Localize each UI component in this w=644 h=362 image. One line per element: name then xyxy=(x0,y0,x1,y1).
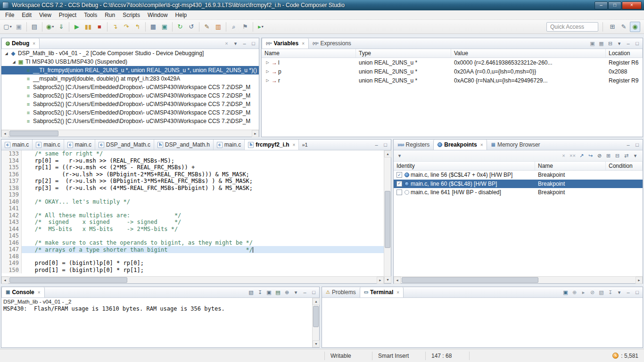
quick-access-field[interactable]: Quick Access xyxy=(546,22,598,32)
menu-run[interactable]: Run xyxy=(101,11,119,19)
open-terminal-icon[interactable]: ▣ xyxy=(561,288,570,296)
code-line[interactable]: 145 xyxy=(1,232,384,239)
show-logical-structure-icon[interactable]: ▦ xyxy=(597,40,605,48)
debug-button[interactable]: ◉▾ xyxy=(45,22,55,32)
tab-problems[interactable]: ⚠ Problems xyxy=(322,287,360,297)
editor-tab-DSP_and_Math.h[interactable]: hDSP_and_Math.h xyxy=(154,140,214,150)
expand-all-icon[interactable]: ⊞ xyxy=(604,152,612,160)
save-button[interactable]: ▣ xyxy=(14,22,24,32)
close-icon[interactable]: × xyxy=(480,142,483,148)
scroll-left-arrow-icon[interactable]: ◄ xyxy=(1,130,8,137)
breakpoint-margin[interactable] xyxy=(1,212,8,219)
column-header-name[interactable]: Name xyxy=(535,162,606,170)
column-header-type[interactable]: Type xyxy=(356,49,451,58)
breakpoint-enabled-checkbox[interactable] xyxy=(396,189,402,195)
menu-tools[interactable]: Tools xyxy=(80,11,101,19)
variable-row[interactable]: ▷→runion REAL_2UNS_u *0xAC80 {r=NaN,u={l… xyxy=(262,76,643,85)
link-with-debug-icon[interactable]: ⇄ xyxy=(622,152,630,160)
breakpoint-row[interactable]: main.c, line 641 [H/W BP - disabled]Brea… xyxy=(394,188,643,197)
tab-expressions[interactable]: (x)= Expressions xyxy=(309,38,355,49)
column-header-value[interactable]: Value xyxy=(451,49,606,58)
scroll-thumb[interactable] xyxy=(9,131,58,136)
breakpoint-margin[interactable] xyxy=(1,239,8,247)
tab-terminal[interactable]: ▭ Terminal × xyxy=(360,287,404,297)
tree-expander-icon[interactable]: ◢ xyxy=(3,51,9,56)
show-supported-breakpoints-icon[interactable]: ↗ xyxy=(578,152,586,160)
menu-file[interactable]: File xyxy=(1,11,18,19)
breakpoint-margin[interactable] xyxy=(1,267,8,274)
edit-source-button[interactable]: ✎ xyxy=(202,22,212,32)
terminate-button[interactable]: ■ xyxy=(94,22,105,32)
tab-debug[interactable]: Debug × xyxy=(1,38,40,49)
open-perspective-icon[interactable]: ⊞ xyxy=(607,22,618,32)
breakpoint-margin[interactable] xyxy=(1,191,8,198)
target-configuration-button[interactable]: ▣ xyxy=(159,22,170,32)
console-view-menu-icon[interactable]: ▾ xyxy=(292,288,300,296)
code-line[interactable]: 138 rp[3] = (r->u.lsh << (4*MS-REAL_FRC_… xyxy=(1,185,384,192)
code-line[interactable]: 135 rp[1] = ((r->u.msh << (2*MS - REAL_F… xyxy=(1,164,384,171)
close-icon[interactable]: × xyxy=(33,41,35,46)
heap-status[interactable]: : 5,581 xyxy=(612,353,644,359)
scroll-track[interactable] xyxy=(384,157,391,276)
console-vertical-scrollbar[interactable]: ▲ ▼ xyxy=(312,298,319,347)
show-type-names-icon[interactable]: ▣ xyxy=(588,40,596,48)
column-header-name[interactable]: Name xyxy=(262,49,356,58)
breakpoint-margin[interactable] xyxy=(1,185,8,192)
breakpoint-margin[interactable] xyxy=(1,157,8,165)
minimize-window-button[interactable]: – xyxy=(594,1,608,9)
breakpoint-enabled-checkbox[interactable]: ✓ xyxy=(396,181,402,187)
menu-view[interactable]: View xyxy=(35,11,55,19)
code-line[interactable]: 136 (r->u.lsh >> (BPbigint-2*MS+REAL_FRC… xyxy=(1,171,384,178)
mark-occurrences-button[interactable]: ⚑ xyxy=(240,22,250,32)
scroll-up-arrow-icon[interactable]: ▲ xyxy=(384,150,391,157)
debug-tree-item[interactable]: ≡Sabproc52() [C:/Users/Embedded\Dropbox\… xyxy=(1,100,259,108)
menu-help[interactable]: Help xyxy=(172,11,191,19)
editor-tab-DSP_and_Math.c[interactable]: cDSP_and_Math.c xyxy=(95,140,154,150)
breakpoint-margin[interactable] xyxy=(1,226,8,233)
breakpoint-margin[interactable] xyxy=(1,232,8,239)
tree-expander-icon[interactable]: ▷ xyxy=(264,60,271,65)
editor-tab-main.c[interactable]: cmain.c xyxy=(64,140,95,150)
breakpoint-margin[interactable] xyxy=(1,246,8,253)
breakpoint-enabled-checkbox[interactable]: ✓ xyxy=(396,172,402,178)
ccs-edit-perspective-icon[interactable]: ✎ xyxy=(619,22,629,32)
menu-project[interactable]: Project xyxy=(55,11,80,19)
connect-icon[interactable]: ▸ xyxy=(579,288,587,296)
close-icon[interactable]: × xyxy=(293,142,296,148)
skip-all-breakpoints-icon[interactable]: ⊘ xyxy=(595,152,603,160)
debug-tree-item[interactable]: ≡Sabproc52() [C:/Users/Embedded\Dropbox\… xyxy=(1,117,259,125)
code-line[interactable]: 147 /* arrays of a type shorter than big… xyxy=(1,246,384,253)
minimize-view-icon[interactable]: – xyxy=(240,40,248,48)
remove-all-breakpoints-icon[interactable]: ×× xyxy=(569,152,577,160)
tab-breakpoints[interactable]: Breakpoints × xyxy=(433,140,487,150)
variables-view-menu-icon[interactable]: ▾ xyxy=(615,40,623,48)
tab-variables[interactable]: (x)= Variables × xyxy=(262,38,309,49)
tree-expander-icon[interactable]: ▷ xyxy=(264,69,271,74)
goto-breakpoint-file-icon[interactable]: ↪ xyxy=(586,152,594,160)
step-return-button[interactable]: ↰ xyxy=(132,22,143,32)
breakpoint-margin[interactable] xyxy=(1,198,8,206)
code-line[interactable]: 144 /* MS-bits x MS-bits -> 2*MS-bits */ xyxy=(1,226,384,233)
code-line[interactable]: 143 /* signed x signed -> signed */ xyxy=(1,219,384,226)
tree-expander-icon[interactable]: ▷ xyxy=(264,78,271,82)
close-icon[interactable]: × xyxy=(302,41,305,46)
tab-registers[interactable]: 1010 Registers xyxy=(394,140,433,150)
breakpoint-margin[interactable] xyxy=(1,205,8,212)
external-tools-button-arrow[interactable]: ▾ xyxy=(262,25,264,29)
menu-scripts[interactable]: Scripts xyxy=(119,11,144,19)
menu-edit[interactable]: Edit xyxy=(18,11,35,19)
scroll-track[interactable] xyxy=(8,277,377,283)
code-line[interactable]: 133 /* same for right */ xyxy=(1,150,384,157)
minimize-view-icon[interactable]: – xyxy=(624,288,632,296)
new-button[interactable]: ▢▾ xyxy=(2,22,13,32)
debug-button-arrow[interactable]: ▾ xyxy=(52,25,54,29)
clear-console-icon[interactable]: ▧ xyxy=(247,288,255,296)
tab-memory-browser[interactable]: ▦ Memory Browser xyxy=(487,140,544,150)
disconnect-icon[interactable]: ⊘ xyxy=(588,288,596,296)
remove-breakpoint-icon[interactable]: × xyxy=(560,152,568,160)
scroll-track[interactable] xyxy=(8,130,252,137)
clear-terminal-icon[interactable]: ▧ xyxy=(597,288,605,296)
scroll-up-arrow-icon[interactable]: ▲ xyxy=(313,298,320,305)
variable-row[interactable]: ▷→lunion REAL_2UNS_u *0x0000 {r=2.646193… xyxy=(262,58,643,67)
display-selected-console-icon[interactable]: ▣ xyxy=(265,288,273,296)
